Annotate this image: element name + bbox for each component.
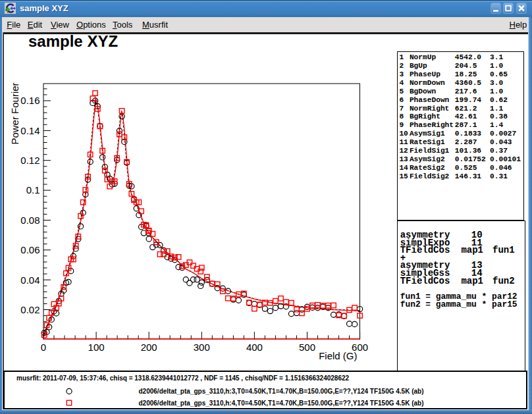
svg-text:BgRight: BgRight	[410, 113, 440, 120]
svg-text:d2006/deltat_pta_gps_3110,h:4,: d2006/deltat_pta_gps_3110,h:4,T0=4.50K,T…	[139, 400, 424, 407]
svg-text:18.25: 18.25	[455, 70, 477, 78]
svg-text:13: 13	[399, 155, 408, 163]
svg-text:3.0: 3.0	[490, 79, 503, 87]
svg-text:NormRight: NormRight	[410, 105, 449, 113]
svg-text:1.0: 1.0	[490, 62, 503, 70]
svg-text:9: 9	[399, 121, 404, 129]
svg-text:621.2: 621.2	[455, 105, 477, 113]
svg-text:Field (G): Field (G)	[319, 350, 357, 361]
svg-text:4360.5: 4360.5	[455, 79, 482, 87]
svg-text:1.1: 1.1	[490, 105, 503, 113]
svg-text:map1: map1	[461, 245, 483, 255]
svg-text:PhaseUp: PhaseUp	[410, 70, 440, 78]
svg-text:200: 200	[141, 342, 157, 353]
svg-text:0: 0	[41, 342, 46, 353]
svg-text:0.65: 0.65	[490, 70, 508, 78]
svg-text:0.1833: 0.1833	[455, 130, 482, 138]
svg-text:42.61: 42.61	[455, 113, 477, 120]
svg-text:14: 14	[399, 164, 408, 172]
svg-text:Power Fourier: Power Fourier	[9, 82, 20, 144]
svg-text:11: 11	[399, 138, 408, 146]
svg-text:400: 400	[246, 342, 263, 353]
svg-text:RateSig2: RateSig2	[410, 164, 445, 172]
svg-text:0.62: 0.62	[490, 96, 508, 104]
svg-text:map1: map1	[461, 276, 483, 286]
svg-text:2.287: 2.287	[455, 138, 477, 146]
svg-text:0.38: 0.38	[490, 113, 508, 120]
svg-text:0.00101: 0.00101	[490, 155, 521, 163]
svg-text:TFieldCos: TFieldCos	[400, 245, 450, 255]
svg-text:204.5: 204.5	[455, 62, 477, 70]
svg-text:0.046: 0.046	[490, 164, 512, 172]
svg-text:4542.0: 4542.0	[455, 53, 482, 61]
svg-text:NormDown: NormDown	[410, 79, 445, 87]
svg-text:3.1: 3.1	[490, 53, 503, 61]
svg-text:146.31: 146.31	[455, 172, 482, 180]
svg-text:0.1: 0.1	[26, 184, 40, 195]
svg-text:10: 10	[399, 130, 408, 138]
svg-text:8: 8	[399, 113, 404, 120]
svg-text:0.08: 0.08	[20, 215, 40, 226]
svg-text:101.36: 101.36	[455, 147, 482, 155]
svg-text:0.14: 0.14	[20, 125, 40, 136]
svg-text:BgDown: BgDown	[410, 88, 437, 95]
svg-text:0.0027: 0.0027	[490, 130, 516, 138]
svg-text:FieldSig2: FieldSig2	[410, 172, 450, 180]
svg-text:0.16: 0.16	[20, 95, 40, 106]
svg-text:PhaseRight: PhaseRight	[410, 121, 454, 129]
svg-text:0.31: 0.31	[490, 172, 508, 180]
svg-text:0.04: 0.04	[20, 274, 40, 286]
svg-text:fun2 = gamma_mu * par15: fun2 = gamma_mu * par15	[400, 299, 518, 309]
svg-text:fun1: fun1	[492, 245, 515, 255]
svg-text:287.1: 287.1	[455, 121, 477, 129]
svg-text:7: 7	[399, 105, 404, 113]
svg-text:0.37: 0.37	[490, 147, 508, 155]
svg-text:FieldSig1: FieldSig1	[410, 147, 450, 155]
svg-text:RateSig1: RateSig1	[410, 138, 445, 146]
svg-text:d2006/deltat_pta_gps_3110,h:3,: d2006/deltat_pta_gps_3110,h:3,T0=4.50K,T…	[139, 388, 424, 395]
svg-text:1: 1	[399, 53, 404, 61]
svg-text:0.043: 0.043	[490, 138, 512, 146]
svg-text:AsymSig2: AsymSig2	[410, 155, 445, 163]
svg-text:BgUp: BgUp	[410, 62, 427, 70]
svg-text:PhaseDown: PhaseDown	[410, 96, 450, 104]
svg-text:0.525: 0.525	[455, 164, 477, 172]
svg-text:TFieldCos: TFieldCos	[400, 276, 450, 286]
svg-text:4: 4	[399, 79, 404, 87]
svg-text:0.02: 0.02	[20, 304, 40, 315]
svg-text:1.4: 1.4	[490, 121, 503, 129]
svg-text:3: 3	[399, 70, 404, 78]
svg-text:100: 100	[88, 342, 105, 353]
svg-text:500: 500	[299, 342, 315, 353]
svg-text:sample XYZ: sample XYZ	[28, 34, 118, 50]
svg-text:0.12: 0.12	[20, 155, 40, 166]
svg-text:NormUp: NormUp	[410, 53, 437, 61]
svg-text:musrfit: 2011-07-09, 15:37:46,: musrfit: 2011-07-09, 15:37:46, chisq = 1…	[16, 375, 350, 382]
svg-text:5: 5	[399, 88, 404, 95]
svg-text:0.01752: 0.01752	[455, 155, 486, 163]
svg-text:2: 2	[399, 62, 404, 70]
svg-text:0.06: 0.06	[20, 244, 40, 255]
svg-text:300: 300	[194, 342, 210, 353]
svg-text:AsymSig1: AsymSig1	[410, 130, 445, 138]
svg-text:217.6: 217.6	[455, 88, 477, 95]
svg-text:fun2: fun2	[492, 276, 515, 286]
svg-text:6: 6	[399, 96, 404, 104]
svg-text:15: 15	[399, 172, 408, 180]
svg-text:1.0: 1.0	[490, 88, 503, 95]
svg-text:199.74: 199.74	[455, 96, 482, 104]
svg-text:12: 12	[399, 147, 408, 155]
